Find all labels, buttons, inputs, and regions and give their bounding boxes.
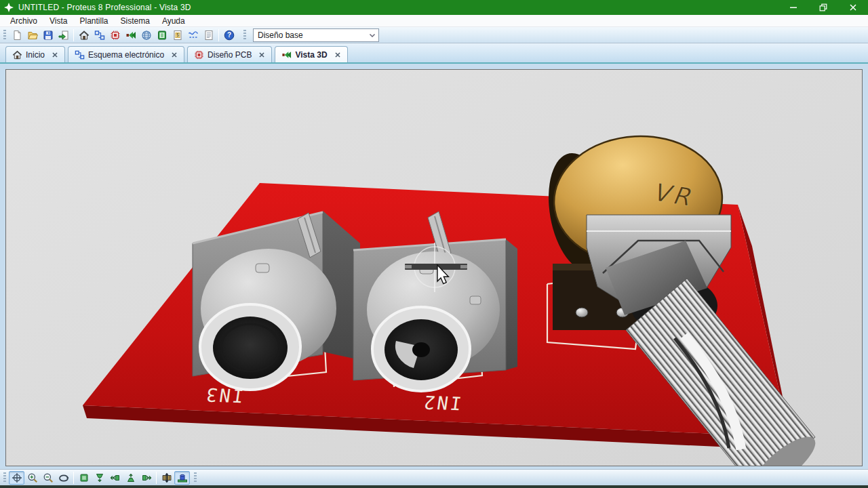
toolbar-grip[interactable] [194, 472, 197, 483]
tab-inicio[interactable]: Inicio [5, 46, 65, 62]
center-view-button[interactable] [9, 471, 24, 485]
app-icon [3, 2, 14, 13]
svg-text:?: ? [226, 31, 231, 39]
zoom-in-button[interactable] [24, 471, 40, 485]
tab-label: Diseño PCB [208, 50, 252, 60]
content-area: IN3 IN2 VR [0, 64, 868, 469]
close-button[interactable] [838, 0, 868, 15]
height-bounds-button[interactable] [159, 471, 174, 485]
window-title: UNTITLED - Proteus 8 Professional - Vist… [18, 3, 191, 12]
view-front-button[interactable] [92, 471, 107, 485]
tab-diseno-pcb[interactable]: Diseño PCB [187, 46, 272, 62]
view-top-button[interactable] [123, 471, 138, 485]
toolbar-grip[interactable] [3, 30, 6, 41]
gerber-viewer-button[interactable] [138, 28, 154, 43]
toolbar-separator [73, 29, 74, 41]
main-toolbar: $ ? Diseño base [0, 27, 868, 43]
chevron-down-icon[interactable] [366, 29, 378, 41]
proteus-window: UNTITLED - Proteus 8 Professional - Vist… [0, 0, 868, 488]
orbit-button[interactable] [56, 471, 71, 485]
menu-sistema[interactable]: Sistema [115, 16, 156, 26]
minimize-button[interactable] [778, 0, 808, 15]
view-main-button[interactable] [76, 471, 92, 485]
new-project-button[interactable] [9, 28, 24, 43]
help-button[interactable]: ? [221, 28, 237, 43]
menubar: Archivo Vista Plantilla Sistema Ayuda [0, 15, 868, 27]
toolbar-separator [218, 29, 219, 41]
design-selector-value: Diseño base [254, 30, 366, 40]
tab-esquema-electronico[interactable]: Esquema electrónico [68, 46, 184, 62]
schematic-capture-button[interactable] [92, 28, 107, 43]
electrical-rules-button[interactable] [185, 28, 201, 43]
view-right-button[interactable] [138, 471, 154, 485]
view-toolbar [0, 469, 868, 485]
toolbar-separator [156, 472, 157, 484]
menu-ayuda[interactable]: Ayuda [156, 16, 191, 26]
close-tab-icon[interactable] [170, 50, 179, 60]
menu-archivo[interactable]: Archivo [4, 16, 43, 26]
close-tab-icon[interactable] [50, 50, 60, 60]
menu-vista[interactable]: Vista [43, 16, 73, 26]
show-board-button[interactable] [174, 471, 190, 485]
pcb-layout-button[interactable] [107, 28, 123, 43]
3d-viewport[interactable]: IN3 IN2 VR [5, 69, 863, 466]
close-tab-icon[interactable] [333, 50, 342, 60]
restore-button[interactable] [808, 0, 838, 15]
home-icon [12, 49, 22, 60]
toolbar-separator [73, 472, 74, 484]
window-bottom-edge [0, 485, 868, 488]
document-tabbar: Inicio Esquema electrónico Diseño PCB Vi… [0, 43, 868, 64]
toolbar-grip[interactable] [243, 30, 246, 41]
bill-of-materials-button[interactable]: $ [170, 28, 185, 43]
report-button[interactable] [201, 28, 216, 43]
tab-label: Vista 3D [295, 50, 327, 60]
tab-label: Esquema electrónico [88, 50, 164, 60]
schematic-capture-icon [75, 49, 85, 60]
label-in2: IN2 [420, 392, 462, 414]
3d-viewer-icon [281, 49, 292, 60]
import-project-button[interactable] [56, 28, 71, 43]
design-selector[interactable]: Diseño base [253, 28, 379, 42]
view-left-button[interactable] [107, 471, 123, 485]
zoom-out-button[interactable] [40, 471, 56, 485]
menu-plantilla[interactable]: Plantilla [73, 16, 114, 26]
svg-text:$: $ [176, 33, 179, 38]
3d-scene: IN3 IN2 VR [6, 70, 862, 466]
home-button[interactable] [76, 28, 92, 43]
3d-viewer-button[interactable] [123, 28, 138, 43]
toolbar-grip[interactable] [3, 472, 6, 483]
tab-vista-3d[interactable]: Vista 3D [275, 46, 347, 62]
pcb-layout-icon [194, 49, 204, 60]
save-project-button[interactable] [40, 28, 56, 43]
close-tab-icon[interactable] [257, 50, 267, 60]
titlebar: UNTITLED - Proteus 8 Professional - Vist… [0, 0, 868, 15]
design-explorer-button[interactable] [154, 28, 170, 43]
open-project-button[interactable] [24, 28, 40, 43]
tab-label: Inicio [26, 50, 45, 60]
